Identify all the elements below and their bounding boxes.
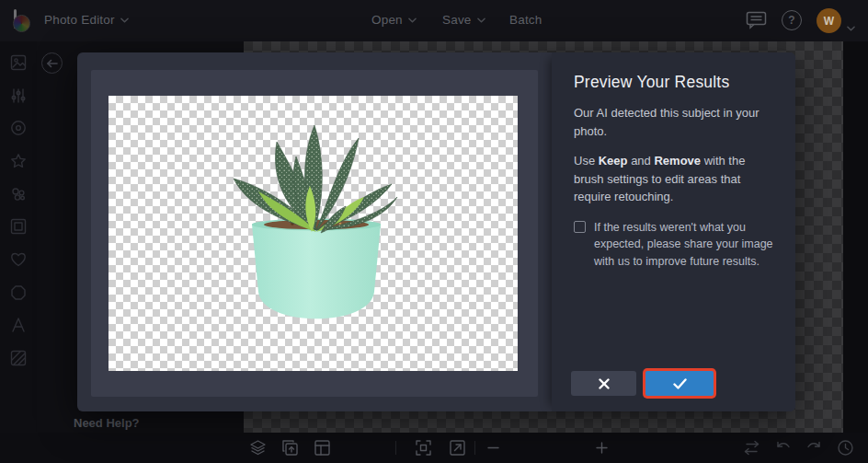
fullscreen-icon[interactable] — [449, 439, 466, 457]
modal-actions — [571, 371, 714, 396]
chevron-down-icon — [120, 17, 129, 23]
batch-menu[interactable]: Batch — [509, 13, 542, 27]
share-image-checkbox-label: If the results weren't what you expected… — [594, 219, 775, 271]
modal-paragraph-2: Use Keep and Remove with the brush setti… — [574, 152, 775, 206]
status-bar: 19 % — [0, 433, 868, 463]
open-menu[interactable]: Open — [371, 13, 417, 27]
graphics-heart-icon[interactable] — [10, 251, 27, 268]
preview-results-modal: Preview Your Results Our AI detected thi… — [77, 52, 795, 411]
touchup-icon[interactable] — [10, 120, 27, 136]
text-icon[interactable] — [10, 317, 27, 333]
back-button[interactable] — [41, 52, 63, 74]
tools-sidebar — [0, 41, 37, 463]
effects-star-icon[interactable] — [10, 153, 27, 169]
zoom-in-icon[interactable] — [593, 439, 611, 457]
texture-icon[interactable] — [10, 350, 27, 366]
x-icon — [599, 378, 610, 389]
modal-paragraph-1: Our AI detected this subject in your pho… — [574, 104, 775, 140]
undo-icon[interactable] — [774, 439, 792, 457]
frame-icon[interactable] — [10, 218, 27, 235]
avatar[interactable]: W — [817, 8, 841, 33]
chevron-down-icon[interactable] — [847, 18, 855, 35]
duplicate-icon[interactable] — [281, 439, 299, 457]
chat-icon[interactable] — [746, 11, 767, 33]
chevron-down-icon — [408, 17, 417, 23]
modal-right-panel: Preview Your Results Our AI detected thi… — [552, 52, 795, 411]
check-icon — [673, 378, 687, 389]
share-image-checkbox[interactable] — [574, 221, 586, 233]
befunky-logo-icon[interactable] — [9, 6, 37, 34]
layers-icon[interactable] — [249, 439, 267, 457]
confirm-button[interactable] — [645, 371, 714, 396]
image-icon[interactable] — [10, 54, 27, 71]
fit-screen-icon[interactable] — [415, 439, 432, 457]
redo-icon[interactable] — [805, 439, 823, 457]
adjustments-icon[interactable] — [10, 87, 27, 104]
modal-title: Preview Your Results — [574, 73, 775, 92]
image-preview-frame — [91, 70, 538, 397]
transparency-checkerboard — [108, 96, 518, 371]
divider — [474, 441, 475, 455]
divider — [395, 441, 396, 455]
zoom-out-icon[interactable] — [485, 439, 502, 457]
help-icon[interactable]: ? — [782, 10, 802, 30]
compare-icon[interactable] — [743, 439, 760, 457]
shape-octagon-icon[interactable] — [10, 284, 27, 301]
save-menu[interactable]: Save — [442, 13, 485, 27]
panel-icon[interactable] — [314, 439, 331, 457]
artsy-icon[interactable] — [10, 186, 27, 203]
chevron-down-icon — [477, 17, 485, 23]
top-bar: Photo Editor Open Save Batch ? W — [0, 0, 868, 41]
history-icon[interactable] — [837, 439, 854, 457]
subject-plant-image — [108, 96, 518, 371]
share-image-checkbox-row: If the results weren't what you expected… — [574, 219, 775, 271]
app-mode-label: Photo Editor — [44, 13, 115, 27]
app-mode-menu[interactable]: Photo Editor — [44, 13, 129, 27]
cancel-button[interactable] — [571, 371, 636, 396]
need-help-label: Need Help? — [74, 416, 140, 430]
